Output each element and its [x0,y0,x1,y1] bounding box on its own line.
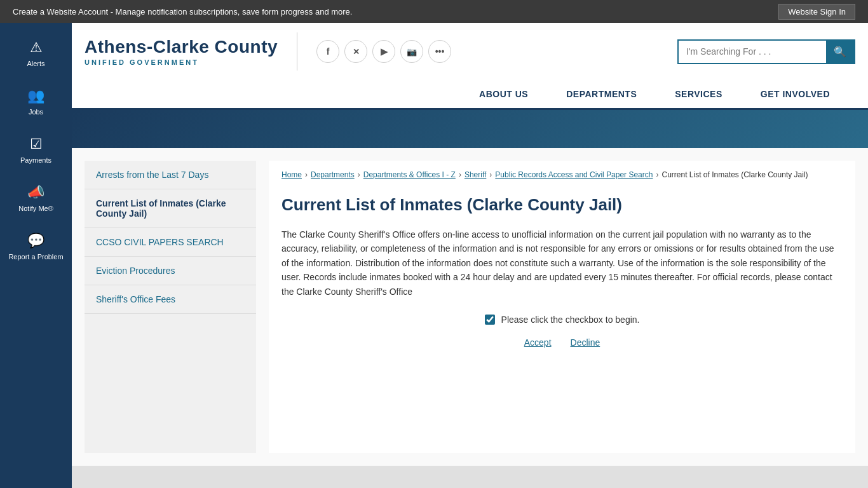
logo-area: Athens-Clarke County UNIFIED GOVERNMENT [85,37,278,66]
body-text: The Clarke County Sheriff's Office offer… [281,227,843,299]
website-signin-button[interactable]: Website Sign In [778,4,855,20]
checkbox-label: Please click the checkbox to begin. [501,315,640,325]
report-icon: 💬 [27,233,44,249]
logo-subtitle: UNIFIED GOVERNMENT [85,58,278,66]
side-nav-eviction[interactable]: Eviction Procedures [85,257,256,285]
hero-strip [72,110,868,148]
sidebar-item-jobs[interactable]: 👥 Jobs [0,78,72,126]
search-button[interactable]: 🔍 [826,41,854,63]
breadcrumb: Home › Departments › Departments & Offic… [281,161,843,189]
nav-item-about[interactable]: ABOUT US [460,80,547,108]
payments-icon: ☑ [30,136,43,152]
page-title: Current List of Inmates (Clarke County J… [281,195,843,215]
breadcrumb-departments[interactable]: Departments [311,170,355,179]
youtube-icon[interactable]: ▶ [372,40,395,63]
nav-item-getinvolved[interactable]: GET INVOLVED [742,80,849,108]
twitter-icon[interactable]: ✕ [344,40,367,63]
side-nav-inmates[interactable]: Current List of Inmates (Clarke County J… [85,189,256,228]
main-content: Home › Departments › Departments & Offic… [269,161,855,453]
sidebar-label-alerts: Alerts [27,60,44,67]
checkbox-area: Please click the checkbox to begin. [281,315,843,325]
content-area: Athens-Clarke County UNIFIED GOVERNMENT … [72,23,868,488]
footer-strip [72,466,868,488]
sidebar-label-payments: Payments [20,156,51,164]
decline-button[interactable]: Decline [571,337,600,348]
more-icon[interactable]: ••• [428,40,451,63]
side-nav-fees[interactable]: Sheriff's Office Fees [85,285,256,314]
search-area: 🔍 [677,39,855,64]
side-nav: Arrests from the Last 7 Days Current Lis… [85,161,256,453]
header: Athens-Clarke County UNIFIED GOVERNMENT … [72,23,868,110]
social-search-area: f ✕ ▶ 📷 ••• [316,39,855,64]
notify-icon: 📣 [27,184,44,201]
search-input[interactable] [679,41,826,63]
breadcrumb-current: Current List of Inmates (Clarke County J… [661,170,808,179]
breadcrumb-depts-iz[interactable]: Departments & Offices I - Z [363,170,456,179]
action-links: Accept Decline [281,337,843,348]
nav-item-services[interactable]: SERVICES [656,80,742,108]
facebook-icon[interactable]: f [316,40,339,63]
social-icons: f ✕ ▶ 📷 ••• [316,40,451,63]
jobs-icon: 👥 [27,88,44,104]
sidebar-item-alerts[interactable]: ⚠ Alerts [0,29,72,78]
logo-divider [297,32,297,71]
sidebar-label-report: Report a Problem [8,253,63,261]
breadcrumb-home[interactable]: Home [281,170,302,179]
alert-icon: ⚠ [30,39,43,56]
left-sidebar: ⚠ Alerts 👥 Jobs ☑ Payments 📣 Notify Me® … [0,23,72,488]
instagram-icon[interactable]: 📷 [400,40,423,63]
breadcrumb-public-records[interactable]: Public Records Access and Civil Paper Se… [495,170,653,179]
main-body: Arrests from the Last 7 Days Current Lis… [72,148,868,466]
side-nav-civil[interactable]: CCSO CIVIL PAPERS SEARCH [85,228,256,257]
banner-message: Create a Website Account - Manage notifi… [13,7,352,17]
sidebar-item-notify[interactable]: 📣 Notify Me® [0,174,72,222]
side-nav-arrests[interactable]: Arrests from the Last 7 Days [85,161,256,189]
top-banner: Create a Website Account - Manage notifi… [0,0,868,23]
sidebar-item-report[interactable]: 💬 Report a Problem [0,222,72,271]
sidebar-label-jobs: Jobs [29,108,43,116]
accept-button[interactable]: Accept [524,337,552,348]
nav-bar: ABOUT US DEPARTMENTS SERVICES GET INVOLV… [85,80,855,108]
nav-item-departments[interactable]: DEPARTMENTS [547,80,656,108]
sidebar-label-notify: Notify Me® [18,205,53,212]
begin-checkbox[interactable] [485,315,495,325]
sidebar-item-payments[interactable]: ☑ Payments [0,126,72,174]
logo-title: Athens-Clarke County [85,37,278,57]
breadcrumb-sheriff[interactable]: Sheriff [465,170,486,179]
